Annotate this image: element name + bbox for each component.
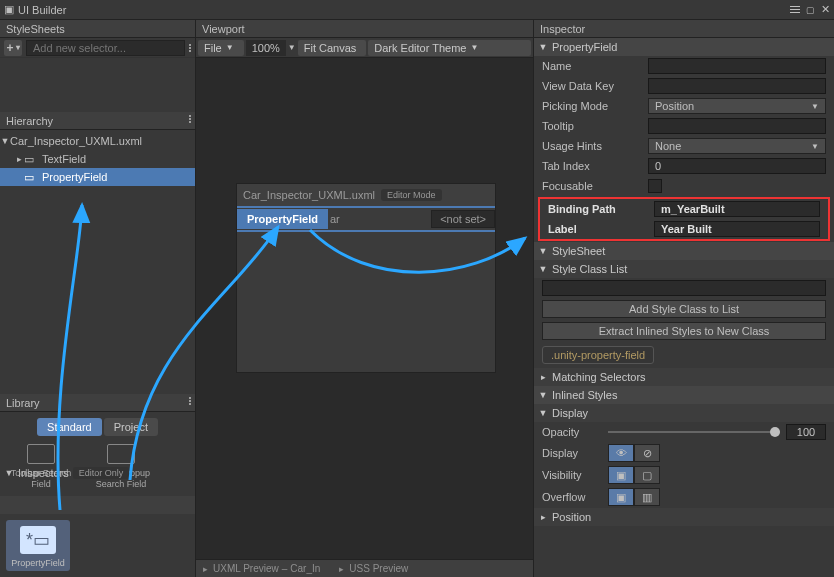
visible-icon[interactable]: ▣ — [608, 466, 634, 484]
style-class-list-group[interactable]: ▼Style Class List — [534, 260, 834, 278]
usage-hints-dropdown[interactable]: None▼ — [648, 138, 826, 154]
expand-icon: ▸ — [538, 512, 548, 522]
root-file-label: Car_Inspector_UXML.uxml — [10, 135, 142, 147]
eye-off-icon[interactable]: ⊘ — [634, 444, 660, 462]
maximize-icon[interactable]: ▢ — [806, 5, 815, 15]
propertyfield-tile-icon: *▭ — [20, 526, 56, 554]
item-label: TextField — [42, 153, 86, 165]
focusable-checkbox[interactable] — [648, 179, 662, 193]
collapse-icon: ▼ — [538, 408, 548, 418]
file-menu[interactable]: File▼ — [198, 40, 244, 56]
caret-down-icon: ▼ — [811, 102, 819, 111]
visibility-toggle[interactable]: ▣▢ — [608, 466, 660, 484]
opacity-slider[interactable] — [608, 431, 780, 433]
hidden-icon[interactable]: ▢ — [634, 466, 660, 484]
highlight-box: Binding Path Label — [538, 197, 830, 241]
zoom-field[interactable]: 100% — [246, 40, 286, 56]
canvas[interactable]: Car_Inspector_UXML.uxml Editor Mode Prop… — [236, 183, 496, 373]
name-input[interactable] — [648, 58, 826, 74]
view-data-key-input[interactable] — [648, 78, 826, 94]
class-chip[interactable]: .unity-property-field — [542, 346, 654, 364]
tooltip-input[interactable] — [648, 118, 826, 134]
file-label: File — [204, 42, 222, 54]
display-toggle[interactable]: 👁⊘ — [608, 444, 660, 462]
hierarchy-menu-icon[interactable] — [189, 115, 191, 123]
fit-canvas-button[interactable]: Fit Canvas — [298, 40, 367, 56]
stylesheets-menu-icon[interactable] — [189, 44, 191, 52]
usage-hints-label: Usage Hints — [542, 140, 642, 152]
collapse-icon: ▼ — [538, 390, 548, 400]
theme-dropdown[interactable]: Dark Editor Theme▼ — [368, 40, 531, 56]
expand-icon[interactable]: ▸ — [200, 564, 210, 574]
app-title: UI Builder — [18, 4, 66, 16]
inspector-propertyfield-tile[interactable]: *▭ PropertyField — [6, 520, 70, 571]
overflow-toggle[interactable]: ▣▥ — [608, 488, 660, 506]
add-selector-button[interactable]: + ▾ — [4, 40, 22, 56]
tab-index-label: Tab Index — [542, 160, 642, 172]
pf-value: <not set> — [431, 210, 495, 228]
hierarchy-root[interactable]: ▼ Car_Inspector_UXML.uxml — [0, 132, 195, 150]
overflow-visible-icon[interactable]: ▣ — [608, 488, 634, 506]
inspector-header: Inspector — [534, 20, 834, 38]
extract-styles-button[interactable]: Extract Inlined Styles to New Class — [542, 322, 826, 340]
selector-input[interactable] — [26, 40, 185, 56]
tab-standard[interactable]: Standard — [37, 418, 102, 436]
uss-preview-label[interactable]: USS Preview — [349, 563, 408, 574]
pf-r: ar — [328, 213, 340, 225]
opacity-label: Opacity — [542, 426, 602, 438]
hierarchy-item-propertyfield[interactable]: ▭ PropertyField — [0, 168, 195, 186]
uxml-preview-label[interactable]: UXML Preview — [213, 563, 279, 574]
toolbar-popup-search-field-icon — [107, 444, 135, 464]
style-class-input[interactable] — [542, 280, 826, 296]
expand-icon[interactable]: ▸ — [336, 564, 346, 574]
matching-selectors-group[interactable]: ▸Matching Selectors — [534, 368, 834, 386]
expand-icon[interactable]: ▸ — [14, 154, 24, 164]
editor-only-badge: Editor Only — [73, 467, 130, 479]
tooltip-label: Tooltip — [542, 120, 642, 132]
collapse-icon: ▼ — [538, 42, 548, 52]
title-bar: ▣ UI Builder ▢ ✕ — [0, 0, 834, 20]
viewport-header: Viewport — [196, 20, 533, 38]
position-group[interactable]: ▸Position — [534, 508, 834, 526]
library-menu-icon[interactable] — [189, 397, 191, 405]
library-label: Library — [6, 397, 40, 409]
label-input[interactable] — [654, 221, 820, 237]
overflow-hidden-icon[interactable]: ▥ — [634, 488, 660, 506]
fit-canvas-label: Fit Canvas — [304, 42, 357, 54]
name-label: Name — [542, 60, 642, 72]
tab-project[interactable]: Project — [104, 418, 158, 436]
picking-mode-dropdown[interactable]: Position▼ — [648, 98, 826, 114]
caret-down-icon: ▼ — [811, 142, 819, 151]
hierarchy-item-textfield[interactable]: ▸ ▭ TextField — [0, 150, 195, 168]
opacity-value[interactable] — [786, 424, 826, 440]
display-group[interactable]: ▼Display — [534, 404, 834, 422]
toolbar-search-field-icon — [27, 444, 55, 464]
caret-down-icon[interactable]: ▼ — [288, 43, 296, 52]
tile-label: PropertyField — [11, 558, 65, 568]
inspector-scroll[interactable]: ▼PropertyField Name View Data Key Pickin… — [534, 38, 834, 577]
pf-tag: PropertyField — [237, 209, 328, 229]
inlined-styles-group[interactable]: ▼Inlined Styles — [534, 386, 834, 404]
close-icon[interactable]: ✕ — [821, 3, 830, 16]
add-style-class-button[interactable]: Add Style Class to List — [542, 300, 826, 318]
collapse-icon[interactable]: ▼ — [0, 136, 10, 146]
inspectors-section[interactable]: ▼ Inspectors Editor Only — [0, 496, 195, 514]
collapse-icon: ▼ — [4, 468, 14, 478]
library-header: Library — [0, 394, 195, 412]
binding-path-input[interactable] — [654, 201, 820, 217]
tab-index-input[interactable] — [648, 158, 826, 174]
focusable-label: Focusable — [542, 180, 642, 192]
caret-down-icon: ▼ — [470, 43, 478, 52]
name-field-row: Name — [534, 56, 834, 76]
window-menu-icon[interactable] — [790, 6, 800, 14]
app-icon: ▣ — [4, 3, 14, 16]
eye-icon[interactable]: 👁 — [608, 444, 634, 462]
propertyfield-group[interactable]: ▼PropertyField — [534, 38, 834, 56]
canvas-propertyfield-row[interactable]: PropertyField ar <not set> — [237, 208, 495, 230]
hierarchy-label: Hierarchy — [6, 115, 53, 127]
stylesheet-group[interactable]: ▼StyleSheet — [534, 242, 834, 260]
label-field-label: Label — [548, 223, 648, 235]
propertyfield-icon: ▭ — [24, 171, 38, 183]
hierarchy-header: Hierarchy — [0, 112, 195, 130]
editor-mode-badge: Editor Mode — [381, 189, 442, 201]
